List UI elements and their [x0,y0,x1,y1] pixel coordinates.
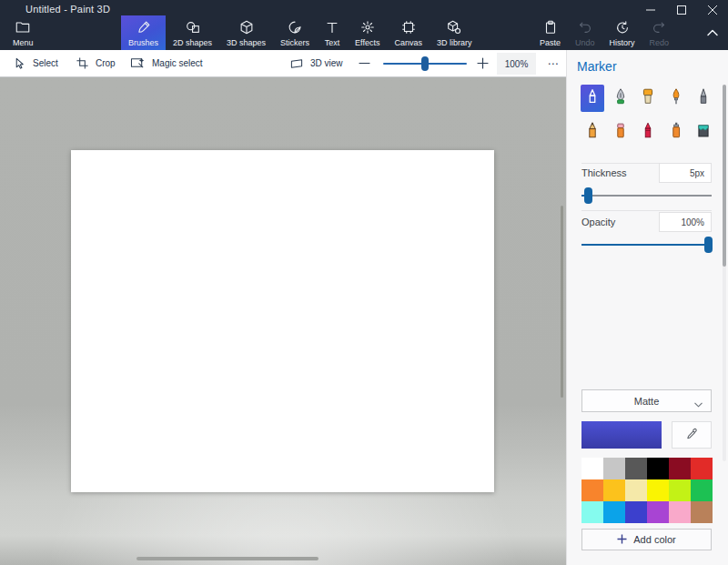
action-label: History [610,38,635,47]
palette-swatch[interactable] [625,458,647,479]
chevron-up-icon [706,25,719,41]
palette-swatch[interactable] [581,501,603,523]
zoom-in-button[interactable] [477,50,489,76]
thickness-slider-thumb[interactable] [584,187,592,204]
3d-library-icon [446,19,462,35]
close-button[interactable] [697,0,728,20]
pencil-icon [582,119,602,145]
brush-marker[interactable] [581,85,604,112]
action-label: Undo [575,38,595,47]
brush-crayon[interactable] [636,118,660,146]
brush-oil-brush[interactable] [636,85,660,112]
palette-swatch[interactable] [581,458,603,479]
3d-view-button[interactable]: 3D view [289,50,343,76]
palette-swatch[interactable] [691,458,713,479]
panel-scrollbar-thumb[interactable] [723,85,726,267]
palette-swatch[interactable] [691,479,713,501]
opacity-input[interactable]: 100% [659,212,712,232]
palette-swatch[interactable] [691,501,713,523]
add-color-button[interactable]: Add color [581,529,712,550]
palette-swatch[interactable] [669,458,691,479]
brush-spray-can[interactable] [664,118,688,146]
chevron-down-icon [694,399,703,409]
tab-3d-shapes[interactable]: 3D shapes [219,15,273,50]
opacity-slider[interactable] [581,244,712,246]
tab-label: Effects [355,38,379,47]
text-icon [324,19,340,35]
panel-title: Marker [577,59,617,74]
select-button[interactable]: Select [13,50,58,76]
tab-label: 3D shapes [227,38,266,47]
ellipsis-icon: ⋯ [548,57,560,70]
brush-eraser[interactable] [609,118,632,146]
zoom-level-button[interactable]: 100% [497,53,536,75]
zoom-out-button[interactable] [359,50,370,76]
redo-button[interactable]: Redo [642,15,677,50]
eraser-icon [611,119,631,145]
tab-label: Text [325,38,340,47]
menu-button[interactable]: Menu [5,15,41,50]
thickness-slider[interactable] [581,195,712,197]
redo-icon [651,19,667,35]
fill-bucket-icon [693,119,713,145]
palette-swatch[interactable] [669,501,691,523]
3d-view-icon [289,57,304,70]
brush-pencil[interactable] [581,118,604,146]
thickness-input[interactable]: 5px [659,163,712,183]
palette-swatch[interactable] [669,479,691,501]
spray-can-icon [666,119,686,145]
brushes-panel: Marker [566,50,728,565]
tab-effects[interactable]: Effects [348,15,387,50]
brush-calligraphy-pen[interactable] [609,85,632,112]
panel-scrollbar[interactable] [723,85,726,461]
palette-swatch[interactable] [603,501,625,523]
collapse-ribbon-button[interactable] [701,22,724,44]
tab-brushes[interactable]: Brushes [121,15,166,50]
zoom-slider[interactable] [383,63,467,65]
window-title: Untitled - Paint 3D [25,4,110,15]
opacity-slider-thumb[interactable] [704,237,713,253]
eyedropper-button[interactable] [672,421,712,449]
2d-shapes-icon [185,19,201,35]
palette-swatch[interactable] [647,458,669,479]
add-color-label: Add color [633,534,675,545]
brush-fill[interactable] [692,118,715,146]
history-button[interactable]: History [602,15,642,50]
ribbon-tabs: Brushes 2D shapes 3D shapes [121,15,480,50]
horizontal-scrollbar[interactable] [136,557,318,560]
crop-label: Crop [96,58,116,68]
oil-brush-icon [638,86,658,111]
tab-3d-library[interactable]: 3D library [430,15,480,50]
palette-swatch[interactable] [647,501,669,523]
palette-swatch[interactable] [647,479,669,501]
palette-swatch[interactable] [581,479,603,501]
brush-pixel-pen[interactable] [692,85,715,112]
palette-swatch[interactable] [603,458,625,479]
marker-icon [582,86,602,111]
finish-dropdown[interactable]: Matte [581,389,712,412]
current-color-swatch[interactable] [581,421,662,449]
undo-button[interactable]: Undo [568,15,602,50]
finish-value: Matte [634,396,660,407]
paste-button[interactable]: Paste [532,15,568,50]
drawing-canvas[interactable] [71,150,494,492]
undo-icon [577,19,593,35]
magic-select-button[interactable]: Magic select [130,50,203,76]
palette-swatch[interactable] [603,479,625,501]
palette-swatch[interactable] [625,501,647,523]
palette-swatch[interactable] [625,479,647,501]
brush-watercolor[interactable] [664,85,688,112]
3d-view-label: 3D view [310,58,343,68]
canvas-icon [400,19,417,35]
more-options-button[interactable]: ⋯ [542,53,564,75]
tab-stickers[interactable]: Stickers [273,15,317,50]
tab-label: Stickers [280,38,309,47]
zoom-slider-thumb[interactable] [421,56,429,71]
crop-button[interactable]: Crop [76,50,116,76]
vertical-scrollbar[interactable] [561,206,563,398]
tab-label: Canvas [394,38,422,47]
tab-canvas[interactable]: Canvas [387,15,430,50]
history-icon [614,19,631,35]
tab-text[interactable]: Text [317,15,348,50]
tab-2d-shapes[interactable]: 2D shapes [166,15,219,50]
